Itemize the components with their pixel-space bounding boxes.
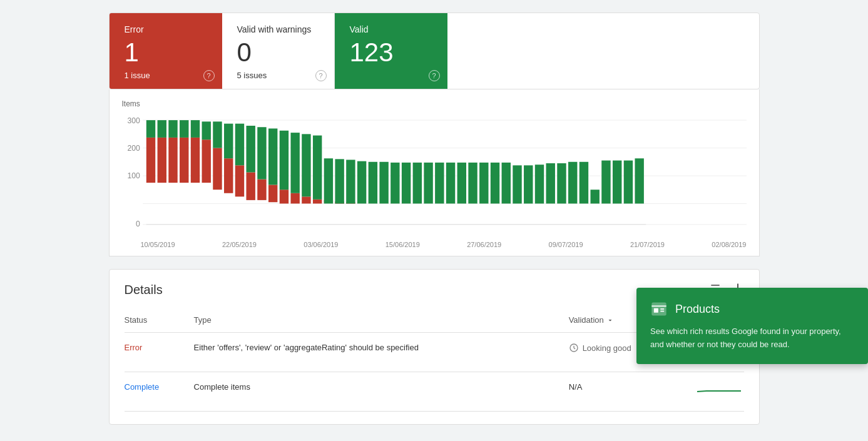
- error-label: Error: [125, 24, 207, 34]
- svg-rect-9: [146, 138, 155, 183]
- svg-rect-49: [379, 162, 388, 204]
- x-label-2: 22/05/2019: [222, 241, 257, 248]
- svg-rect-72: [635, 158, 643, 203]
- svg-rect-27: [246, 173, 255, 200]
- svg-rect-55: [446, 163, 454, 204]
- svg-rect-22: [213, 122, 222, 148]
- svg-rect-46: [346, 160, 355, 204]
- svg-rect-44: [335, 160, 344, 204]
- svg-rect-14: [168, 120, 177, 138]
- x-label-6: 09/07/2019: [549, 241, 583, 248]
- svg-rect-58: [479, 163, 488, 204]
- bar-chart: 300 200 100 0: [122, 113, 747, 238]
- svg-rect-69: [601, 161, 610, 204]
- svg-rect-25: [235, 166, 243, 197]
- tooltip-description: See which rich results Google found in y…: [650, 325, 854, 352]
- svg-rect-12: [157, 120, 166, 138]
- svg-text:0: 0: [136, 220, 140, 228]
- svg-rect-24: [224, 124, 233, 159]
- error-card[interactable]: Error 1 1 issue ?: [110, 13, 222, 89]
- svg-rect-19: [202, 139, 210, 183]
- warning-label: Valid with warnings: [237, 24, 319, 34]
- valid-number: 123: [350, 38, 432, 67]
- svg-rect-33: [279, 190, 288, 203]
- svg-rect-23: [224, 158, 233, 193]
- row1-type: Either 'offers', 'review' or 'aggregateR…: [194, 333, 569, 372]
- svg-rect-63: [534, 165, 543, 203]
- svg-rect-34: [279, 131, 288, 190]
- svg-rect-38: [302, 134, 310, 197]
- svg-rect-32: [268, 129, 277, 185]
- svg-rect-66: [568, 162, 577, 204]
- error-help-icon[interactable]: ?: [203, 70, 215, 81]
- svg-rect-18: [190, 120, 199, 138]
- svg-text:100: 100: [127, 172, 140, 181]
- status-cards: Error 1 1 issue ? Valid with warnings 0 …: [109, 13, 760, 89]
- row2-type: Complete items: [194, 372, 569, 412]
- svg-rect-36: [290, 133, 299, 193]
- svg-rect-40: [312, 136, 321, 200]
- tooltip-header: Products: [650, 300, 854, 318]
- x-label-8: 02/08/2019: [712, 241, 746, 248]
- svg-rect-31: [268, 185, 277, 203]
- products-icon: [650, 300, 668, 318]
- warning-issues: 5 issues: [237, 71, 319, 80]
- col-status: Status: [125, 310, 194, 333]
- error-number: 1: [125, 38, 207, 67]
- svg-rect-29: [257, 180, 266, 200]
- valid-card[interactable]: Valid 123 ?: [335, 13, 447, 89]
- error-issues: 1 issue: [125, 71, 207, 80]
- details-title: Details: [125, 283, 163, 297]
- svg-rect-15: [180, 138, 188, 183]
- trend-flat-chart: [694, 382, 744, 401]
- chart-title: Items: [122, 99, 747, 108]
- row2-validation: N/A: [569, 372, 694, 412]
- x-label-3: 03/06/2019: [304, 241, 338, 248]
- warning-number: 0: [237, 38, 319, 67]
- x-label-5: 27/06/2019: [467, 241, 501, 248]
- x-label-7: 21/07/2019: [630, 241, 665, 248]
- valid-help-icon[interactable]: ?: [429, 70, 440, 81]
- svg-rect-39: [312, 200, 321, 204]
- warning-card[interactable]: Valid with warnings 0 5 issues ?: [222, 13, 335, 89]
- svg-rect-64: [546, 163, 554, 203]
- svg-rect-26: [235, 124, 243, 166]
- row1-status[interactable]: Error: [125, 333, 194, 372]
- svg-rect-11: [157, 138, 166, 183]
- svg-rect-68: [590, 190, 599, 203]
- svg-rect-52: [412, 163, 421, 204]
- chart-area: 300 200 100 0: [122, 113, 747, 238]
- svg-rect-70: [612, 161, 621, 204]
- svg-rect-47: [357, 161, 365, 204]
- valid-label: Valid: [350, 24, 432, 34]
- svg-rect-30: [257, 127, 266, 179]
- chart-section: Items 300 200 100 0: [109, 89, 760, 256]
- svg-rect-61: [513, 166, 521, 204]
- row2-status[interactable]: Complete: [125, 372, 194, 412]
- svg-rect-56: [457, 163, 466, 204]
- warning-help-icon[interactable]: ?: [315, 70, 327, 81]
- svg-rect-37: [302, 197, 310, 204]
- svg-rect-60: [501, 163, 510, 204]
- svg-rect-20: [202, 122, 210, 140]
- products-tooltip: Products See which rich results Google f…: [636, 288, 868, 364]
- svg-rect-35: [290, 193, 299, 204]
- svg-rect-16: [180, 120, 188, 138]
- svg-rect-10: [146, 120, 155, 138]
- chart-x-labels: 10/05/2019 22/05/2019 03/06/2019 15/06/2…: [122, 241, 747, 248]
- x-label-1: 10/05/2019: [141, 241, 175, 248]
- svg-rect-53: [424, 163, 432, 204]
- svg-rect-81: [654, 308, 658, 313]
- svg-rect-17: [190, 138, 199, 183]
- svg-rect-21: [213, 148, 222, 190]
- tooltip-title: Products: [675, 303, 720, 316]
- svg-rect-59: [490, 163, 499, 204]
- svg-rect-67: [579, 162, 588, 204]
- table-row: Complete Complete items N/A: [125, 372, 744, 412]
- svg-rect-65: [557, 163, 566, 203]
- svg-rect-54: [435, 163, 444, 204]
- svg-rect-62: [524, 166, 533, 204]
- x-label-4: 15/06/2019: [385, 241, 420, 248]
- svg-text:200: 200: [127, 144, 140, 153]
- svg-rect-13: [168, 138, 177, 183]
